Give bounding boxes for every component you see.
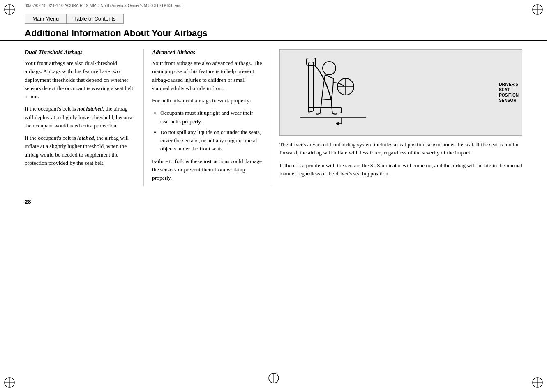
nav-bar: Main Menu Table of Contents xyxy=(0,11,547,25)
dual-threshold-heading: Dual-Threshold Airbags xyxy=(25,49,135,56)
advanced-airbags-bullets: Occupants must sit upright and wear thei… xyxy=(160,109,263,153)
dual-threshold-latched: If the occupant's belt is latched, the a… xyxy=(25,134,135,167)
not-latched-bold: not latched, xyxy=(77,106,104,112)
advanced-airbags-intro: Your front airbags are also advanced air… xyxy=(152,59,263,92)
bullet-item-2: Do not spill any liquids on or under the… xyxy=(160,128,263,153)
corner-decoration-tr xyxy=(531,3,544,16)
driver-airbag-paragraph2: If there is a problem with the sensor, t… xyxy=(279,161,522,178)
driver-seat-sensor-label: DRIVER'S SEAT POSITION SENSOR xyxy=(499,82,519,103)
print-header: 09/07/07 15:02:04 10 ACURA RDX MMC North… xyxy=(0,0,547,11)
page-number: 28 xyxy=(0,186,547,209)
driver-airbag-paragraph1: The driver's advanced front airbag syste… xyxy=(279,141,522,157)
latched-bold: latched, xyxy=(77,135,95,141)
col-left: Dual-Threshold Airbags Your front airbag… xyxy=(25,49,144,186)
dual-threshold-intro: Your front airbags are also dual-thresho… xyxy=(25,59,135,101)
advanced-airbags-footer: Failure to follow these instructions cou… xyxy=(152,157,263,182)
seat-illustration xyxy=(284,54,379,132)
dual-threshold-not-latched: If the occupant's belt is not latched, t… xyxy=(25,105,135,130)
svg-rect-12 xyxy=(309,62,314,111)
print-header-text: 09/07/07 15:02:04 10 ACURA RDX MMC North… xyxy=(25,3,182,8)
page-title: Additional Information About Your Airbag… xyxy=(0,25,547,41)
advanced-airbags-sub-intro: For both advanced airbags to work proper… xyxy=(152,97,263,105)
advanced-airbags-heading: Advanced Airbags xyxy=(152,49,263,56)
page-wrapper: 09/07/07 15:02:04 10 ACURA RDX MMC North… xyxy=(0,0,547,392)
main-menu-button[interactable]: Main Menu xyxy=(25,14,66,24)
corner-decoration-br xyxy=(531,376,544,389)
illustration-box: DRIVER'S SEAT POSITION SENSOR xyxy=(279,49,522,136)
center-crosshair xyxy=(268,372,280,386)
col-right: DRIVER'S SEAT POSITION SENSOR The driver… xyxy=(271,49,522,186)
content-area: Dual-Threshold Airbags Your front airbag… xyxy=(0,49,547,186)
svg-point-15 xyxy=(323,62,336,75)
corner-decoration-tl xyxy=(3,3,16,16)
col-middle: Advanced Airbags Your front airbags are … xyxy=(144,49,271,186)
table-of-contents-button[interactable]: Table of Contents xyxy=(66,14,123,24)
corner-decoration-bl xyxy=(3,376,16,389)
bullet-item-1: Occupants must sit upright and wear thei… xyxy=(160,109,263,126)
